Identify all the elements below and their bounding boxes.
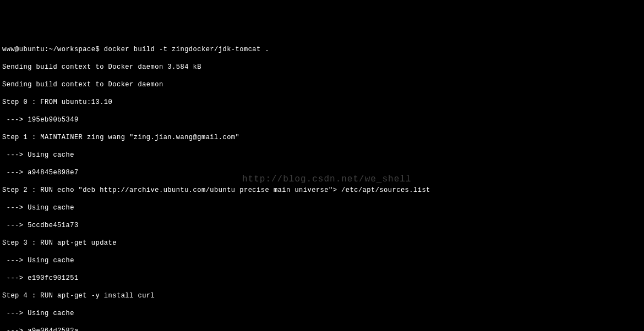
output-line: ---> 195eb90b5349 [2,115,642,124]
output-line: Step 3 : RUN apt-get update [2,239,642,247]
output-line: Step 1 : MAINTAINER zing wang "zing.jian… [2,133,642,142]
output-line: ---> a94845e898e7 [2,168,642,177]
output-line: ---> a9e064d2582a [2,327,642,331]
output-line: ---> Using cache [2,256,642,265]
output-line: Sending build context to Docker daemon [2,80,642,89]
output-line: Step 0 : FROM ubuntu:13.10 [2,98,642,107]
output-line: Step 2 : RUN echo "deb http://archive.ub… [2,186,642,195]
output-line: ---> Using cache [2,151,642,159]
output-line: ---> 5ccdbe451a73 [2,221,642,230]
output-line: ---> Using cache [2,309,642,318]
output-line: ---> e190fc901251 [2,274,642,283]
output-line: Step 4 : RUN apt-get -y install curl [2,291,642,300]
output-line: Sending build context to Docker daemon 3… [2,63,642,71]
output-line: ---> Using cache [2,203,642,212]
prompt-line: www@ubuntu:~/workspace$ docker build -t … [2,45,642,54]
terminal-window[interactable]: www@ubuntu:~/workspace$ docker build -t … [2,36,642,331]
